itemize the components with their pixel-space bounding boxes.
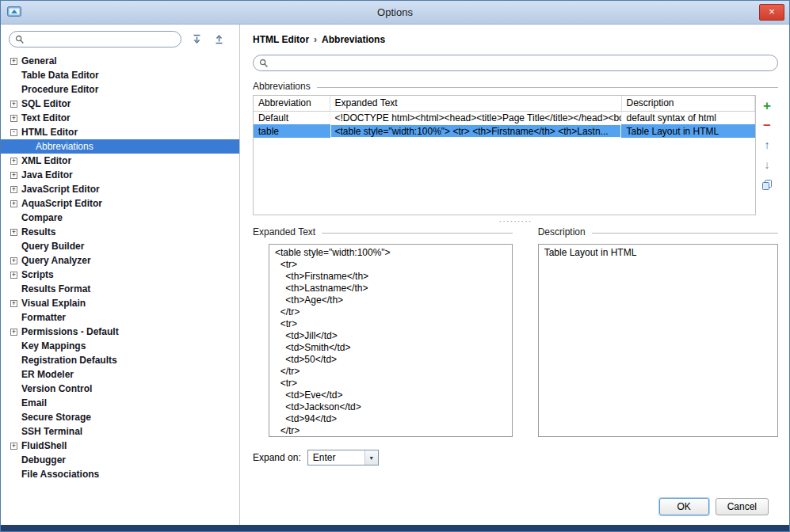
toggle-spacer bbox=[10, 314, 17, 321]
sidebar-item-table-data-editor[interactable]: Table Data Editor bbox=[1, 68, 239, 82]
sidebar-item-query-builder[interactable]: Query Builder bbox=[1, 239, 239, 253]
sidebar-item-procedure-editor[interactable]: Procedure Editor bbox=[1, 82, 239, 97]
toggle-spacer bbox=[10, 428, 17, 435]
sidebar-item-er-modeler[interactable]: ER Modeler bbox=[1, 367, 239, 382]
expand-toggle-icon[interactable] bbox=[10, 172, 17, 179]
sidebar-item-visual-explain[interactable]: Visual Explain bbox=[1, 296, 239, 310]
sidebar-item-file-associations[interactable]: File Associations bbox=[1, 467, 239, 481]
sidebar-item-results[interactable]: Results bbox=[1, 225, 239, 239]
ok-button[interactable]: OK bbox=[659, 498, 709, 515]
abbreviations-group-header: Abbreviations bbox=[253, 81, 778, 92]
sidebar-item-secure-storage[interactable]: Secure Storage bbox=[1, 410, 239, 424]
sidebar-item-label: HTML Editor bbox=[21, 127, 78, 138]
sidebar-item-label: XML Editor bbox=[21, 155, 71, 166]
options-sidebar: General Table Data Editor Procedure Edit… bbox=[1, 25, 240, 525]
expand-all-icon[interactable] bbox=[189, 32, 204, 47]
move-up-button[interactable]: ↑ bbox=[760, 138, 774, 152]
abbrev-row-default[interactable]: Default <!DOCTYPE html><html><head><titl… bbox=[254, 111, 755, 124]
titlebar[interactable]: Options × bbox=[1, 1, 789, 25]
sidebar-item-formatter[interactable]: Formatter bbox=[1, 310, 239, 325]
expand-toggle-icon[interactable] bbox=[10, 272, 17, 279]
sidebar-item-xml-editor[interactable]: XML Editor bbox=[1, 154, 239, 168]
sidebar-item-java-editor[interactable]: Java Editor bbox=[1, 168, 239, 182]
cancel-button[interactable]: Cancel bbox=[716, 498, 769, 515]
copy-row-button[interactable] bbox=[760, 177, 774, 192]
sidebar-search-box bbox=[9, 31, 181, 48]
sidebar-item-label: General bbox=[21, 55, 57, 66]
expand-toggle-icon[interactable] bbox=[10, 229, 17, 236]
sidebar-item-general[interactable]: General bbox=[1, 54, 239, 68]
expanded-text-group-header: Expanded Text bbox=[253, 226, 513, 238]
sidebar-item-label: Version Control bbox=[21, 383, 92, 394]
cell-abbreviation: table bbox=[254, 124, 330, 138]
expand-toggle-icon[interactable] bbox=[10, 186, 17, 193]
sidebar-item-label: Key Mappings bbox=[21, 340, 86, 352]
splitter-handle[interactable] bbox=[253, 215, 778, 226]
sidebar-item-compare[interactable]: Compare bbox=[1, 211, 239, 225]
sidebar-item-label: SSH Terminal bbox=[21, 426, 82, 437]
sidebar-item-label: Results Format bbox=[21, 283, 90, 294]
abbrev-row-table[interactable]: table <table style="width:100%"> <tr> <t… bbox=[254, 124, 755, 138]
move-down-button[interactable]: ↓ bbox=[760, 158, 774, 172]
sidebar-item-html-editor[interactable]: HTML Editor bbox=[1, 125, 239, 139]
cell-expanded-text: <!DOCTYPE html><html><head><title>Page T… bbox=[330, 111, 621, 124]
abbreviation-search-input[interactable] bbox=[272, 57, 772, 70]
expanded-text-editor[interactable]: <table style="width:100%"> <tr> <th>Firs… bbox=[269, 244, 513, 437]
column-header-abbreviation: Abbreviation bbox=[254, 96, 330, 111]
remove-row-button[interactable]: − bbox=[760, 118, 774, 132]
sidebar-item-ssh-terminal[interactable]: SSH Terminal bbox=[1, 424, 239, 439]
sidebar-item-aquascript-editor[interactable]: AquaScript Editor bbox=[1, 196, 239, 211]
sidebar-item-fluidshell[interactable]: FluidShell bbox=[1, 439, 239, 453]
sidebar-item-label: SQL Editor bbox=[21, 98, 71, 109]
toggle-spacer bbox=[10, 457, 17, 464]
collapse-all-icon[interactable] bbox=[212, 32, 226, 47]
description-editor[interactable]: Table Layout in HTML bbox=[538, 244, 778, 437]
sidebar-item-label: ER Modeler bbox=[21, 369, 74, 380]
sidebar-item-version-control[interactable]: Version Control bbox=[1, 382, 239, 396]
group-title: Description bbox=[538, 226, 586, 238]
sidebar-item-label: Abbreviations bbox=[36, 141, 94, 152]
toggle-spacer bbox=[10, 343, 17, 350]
sidebar-item-key-mappings[interactable]: Key Mappings bbox=[1, 339, 239, 353]
expand-toggle-icon[interactable] bbox=[10, 329, 17, 336]
expand-toggle-icon[interactable] bbox=[10, 300, 17, 307]
expand-toggle-icon[interactable] bbox=[10, 101, 17, 108]
toggle-spacer bbox=[10, 414, 17, 421]
sidebar-item-abbreviations[interactable]: Abbreviations bbox=[1, 139, 239, 154]
window-title: Options bbox=[1, 6, 789, 18]
collapse-toggle-icon[interactable] bbox=[10, 129, 17, 136]
window-bottom-border bbox=[1, 525, 789, 531]
column-header-description: Description bbox=[621, 96, 755, 111]
sidebar-item-label: Visual Explain bbox=[21, 298, 86, 309]
toggle-spacer bbox=[10, 386, 17, 393]
sidebar-item-scripts[interactable]: Scripts bbox=[1, 268, 239, 282]
sidebar-item-label: FluidShell bbox=[21, 440, 67, 451]
toggle-spacer bbox=[10, 215, 17, 222]
expand-on-select[interactable]: Enter ▼ bbox=[307, 450, 379, 466]
sidebar-item-permissions-default[interactable]: Permissions - Default bbox=[1, 325, 239, 339]
sidebar-item-label: Registration Defaults bbox=[21, 355, 117, 366]
sidebar-item-email[interactable]: Email bbox=[1, 396, 239, 410]
expand-toggle-icon[interactable] bbox=[10, 257, 17, 264]
expand-toggle-icon[interactable] bbox=[10, 115, 17, 122]
sidebar-item-registration-defaults[interactable]: Registration Defaults bbox=[1, 353, 239, 367]
sidebar-item-results-format[interactable]: Results Format bbox=[1, 282, 239, 296]
expand-toggle-icon[interactable] bbox=[10, 58, 17, 65]
cell-expanded-text: <table style="width:100%"> <tr> <th>Firs… bbox=[330, 124, 621, 138]
sidebar-search-input[interactable] bbox=[28, 33, 175, 46]
sidebar-item-query-analyzer[interactable]: Query Analyzer bbox=[1, 253, 239, 268]
add-row-button[interactable]: + bbox=[760, 98, 774, 112]
expand-toggle-icon[interactable] bbox=[10, 200, 17, 207]
close-button[interactable]: × bbox=[759, 4, 784, 21]
options-dialog: Options × General T bbox=[0, 0, 790, 532]
sidebar-item-debugger[interactable]: Debugger bbox=[1, 453, 239, 467]
sidebar-item-javascript-editor[interactable]: JavaScript Editor bbox=[1, 182, 239, 196]
breadcrumb: HTML Editor›Abbreviations bbox=[253, 34, 778, 45]
sidebar-item-text-editor[interactable]: Text Editor bbox=[1, 111, 239, 125]
expand-toggle-icon[interactable] bbox=[10, 443, 17, 450]
expand-toggle-icon[interactable] bbox=[10, 158, 17, 165]
sidebar-item-sql-editor[interactable]: SQL Editor bbox=[1, 97, 239, 111]
toggle-spacer bbox=[10, 86, 17, 93]
sidebar-item-label: Permissions - Default bbox=[21, 326, 119, 337]
toggle-spacer bbox=[10, 72, 17, 79]
